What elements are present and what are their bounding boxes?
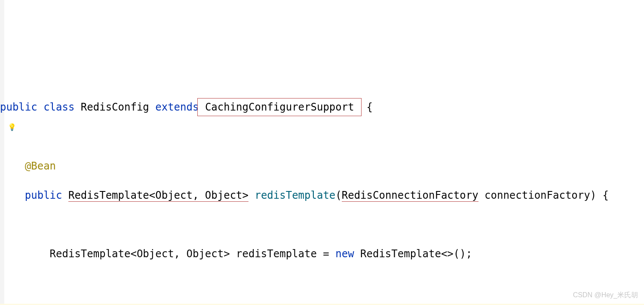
keyword-extends: extends xyxy=(155,101,199,113)
annotation-box: CachingConfigurerSupport xyxy=(197,98,362,116)
code-line: RedisTemplate<Object, Object> redisTempl… xyxy=(0,245,644,262)
paren: ( xyxy=(335,189,341,201)
keyword-new: new xyxy=(335,248,354,260)
code-editor[interactable]: public class RedisConfig extends Caching… xyxy=(0,84,644,305)
parent-class: CachingConfigurerSupport xyxy=(205,101,354,113)
return-type: RedisTemplate<Object, Object> xyxy=(68,189,248,202)
keyword-public: public xyxy=(25,189,62,201)
code-line xyxy=(0,274,644,292)
code-text: RedisTemplate<>(); xyxy=(354,248,472,260)
class-name: RedisConfig xyxy=(81,101,149,113)
code-line: @Bean xyxy=(0,157,644,175)
brace: { xyxy=(360,101,373,113)
param-name: connectionFactory) { xyxy=(478,189,609,201)
keyword-public: public xyxy=(0,101,37,113)
param-type: RedisConnectionFactory xyxy=(342,189,478,202)
keyword-class: class xyxy=(43,101,74,113)
watermark: CSDN @Hey_米氏胡 xyxy=(573,291,638,300)
code-text: RedisTemplate<Object, Object> redisTempl… xyxy=(50,248,336,260)
code-line: public RedisTemplate<Object, Object> red… xyxy=(0,187,644,204)
annotation-bean: @Bean xyxy=(25,160,56,172)
code-line xyxy=(0,216,644,233)
code-line: public class RedisConfig extends Caching… xyxy=(0,98,644,116)
code-line xyxy=(0,128,644,145)
method-name: redisTemplate xyxy=(255,189,335,201)
